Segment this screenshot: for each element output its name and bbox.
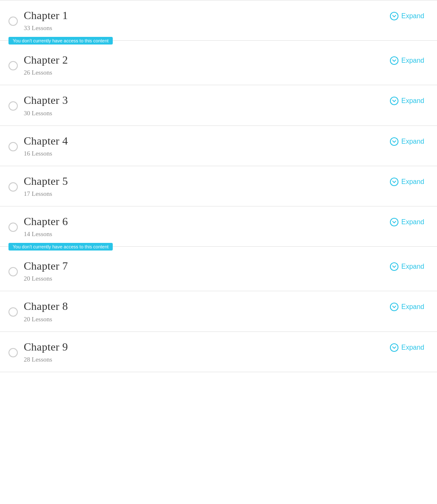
chapter-radio[interactable] (8, 101, 18, 111)
chapter-left: Chapter 8 20 Lessons (8, 300, 68, 323)
chapter-title: Chapter 3 (24, 94, 68, 107)
chapter-info: Chapter 3 30 Lessons (24, 94, 68, 117)
chapter-row: Chapter 3 30 Lessons Expand (8, 94, 424, 117)
chapter-radio[interactable] (8, 223, 18, 232)
expand-icon (390, 96, 399, 106)
expand-button[interactable]: Expand (390, 300, 424, 312)
chapter-lessons: 30 Lessons (24, 110, 68, 117)
expand-icon (390, 137, 399, 146)
expand-label: Expand (401, 263, 424, 270)
expand-label: Expand (401, 178, 424, 186)
chapter-row: Chapter 2 26 Lessons Expand (8, 53, 424, 76)
chapter-title: Chapter 6 (24, 215, 68, 228)
chapter-title: Chapter 2 (24, 53, 68, 67)
chapter-left: Chapter 3 30 Lessons (8, 94, 68, 117)
expand-button[interactable]: Expand (390, 134, 424, 146)
access-badge: You don't currently have access to this … (8, 37, 113, 45)
access-badge: You don't currently have access to this … (8, 243, 113, 251)
expand-label: Expand (401, 12, 424, 20)
chapter-item-5: Chapter 5 17 Lessons Expand (0, 166, 437, 206)
chapter-lessons: 20 Lessons (24, 316, 68, 323)
chapter-radio[interactable] (8, 17, 18, 26)
expand-icon (390, 343, 399, 352)
chapter-list: Chapter 1 33 Lessons Expand You don't cu… (0, 0, 437, 372)
chapter-radio[interactable] (8, 182, 18, 192)
chapter-row: Chapter 8 20 Lessons Expand (8, 300, 424, 323)
expand-label: Expand (401, 303, 424, 311)
chapter-item-4: Chapter 4 16 Lessons Expand (0, 126, 437, 166)
chapter-radio[interactable] (8, 61, 18, 70)
chapter-title: Chapter 7 (24, 259, 68, 273)
chapter-title: Chapter 4 (24, 134, 68, 148)
expand-icon (390, 177, 399, 187)
chapter-left: Chapter 7 20 Lessons (8, 259, 68, 282)
expand-button[interactable]: Expand (390, 9, 424, 21)
chapter-title: Chapter 8 (24, 300, 68, 313)
chapter-title: Chapter 1 (24, 9, 68, 22)
chapter-info: Chapter 5 17 Lessons (24, 175, 68, 198)
chapter-item-1: Chapter 1 33 Lessons Expand (0, 0, 437, 41)
chapter-info: Chapter 2 26 Lessons (24, 53, 68, 76)
chapter-item-6: Chapter 6 14 Lessons Expand (0, 206, 437, 247)
chapter-left: Chapter 2 26 Lessons (8, 53, 68, 76)
chapter-info: Chapter 9 28 Lessons (24, 340, 68, 363)
chapter-row: Chapter 4 16 Lessons Expand (8, 134, 424, 157)
expand-label: Expand (401, 57, 424, 64)
chapter-lessons: 16 Lessons (24, 150, 68, 157)
chapter-item-2: You don't currently have access to this … (0, 41, 437, 85)
expand-button[interactable]: Expand (390, 340, 424, 352)
chapter-lessons: 14 Lessons (24, 231, 68, 238)
chapter-row: Chapter 9 28 Lessons Expand (8, 340, 424, 363)
chapter-radio[interactable] (8, 267, 18, 276)
chapter-radio[interactable] (8, 307, 18, 317)
chapter-left: Chapter 1 33 Lessons (8, 9, 68, 32)
chapter-item-7: You don't currently have access to this … (0, 247, 437, 291)
chapter-radio[interactable] (8, 142, 18, 151)
chapter-row: Chapter 7 20 Lessons Expand (8, 259, 424, 282)
chapter-left: Chapter 4 16 Lessons (8, 134, 68, 157)
chapter-info: Chapter 6 14 Lessons (24, 215, 68, 238)
expand-label: Expand (401, 97, 424, 105)
chapter-title: Chapter 9 (24, 340, 68, 354)
chapter-title: Chapter 5 (24, 175, 68, 188)
expand-button[interactable]: Expand (390, 259, 424, 271)
expand-icon (390, 56, 399, 65)
expand-button[interactable]: Expand (390, 94, 424, 106)
expand-icon (390, 262, 399, 271)
chapter-row: Chapter 1 33 Lessons Expand (8, 9, 424, 32)
chapter-radio[interactable] (8, 348, 18, 357)
chapter-item-9: Chapter 9 28 Lessons Expand (0, 332, 437, 372)
chapter-lessons: 28 Lessons (24, 356, 68, 363)
chapter-row: Chapter 5 17 Lessons Expand (8, 175, 424, 198)
expand-label: Expand (401, 344, 424, 351)
chapter-info: Chapter 7 20 Lessons (24, 259, 68, 282)
chapter-lessons: 20 Lessons (24, 275, 68, 282)
expand-icon (390, 11, 399, 21)
expand-label: Expand (401, 138, 424, 145)
chapter-info: Chapter 1 33 Lessons (24, 9, 68, 32)
chapter-info: Chapter 8 20 Lessons (24, 300, 68, 323)
chapter-item-3: Chapter 3 30 Lessons Expand (0, 85, 437, 125)
chapter-left: Chapter 6 14 Lessons (8, 215, 68, 238)
chapter-left: Chapter 5 17 Lessons (8, 175, 68, 198)
expand-button[interactable]: Expand (390, 175, 424, 187)
chapter-left: Chapter 9 28 Lessons (8, 340, 68, 363)
chapter-row: Chapter 6 14 Lessons Expand (8, 215, 424, 238)
chapter-lessons: 26 Lessons (24, 69, 68, 76)
chapter-lessons: 17 Lessons (24, 190, 68, 198)
expand-icon (390, 217, 399, 227)
expand-button[interactable]: Expand (390, 215, 424, 227)
chapter-info: Chapter 4 16 Lessons (24, 134, 68, 157)
chapter-lessons: 33 Lessons (24, 25, 68, 32)
chapter-item-8: Chapter 8 20 Lessons Expand (0, 291, 437, 331)
expand-button[interactable]: Expand (390, 53, 424, 65)
expand-icon (390, 302, 399, 312)
expand-label: Expand (401, 218, 424, 226)
